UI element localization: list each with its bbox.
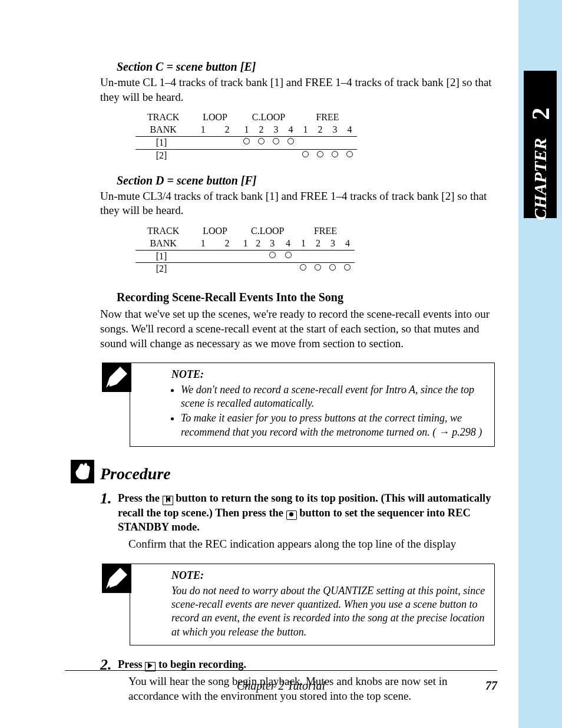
col-head-cloop: C.LOOP	[239, 111, 298, 124]
col-sub: 3	[269, 124, 283, 136]
row-label: [1]	[135, 137, 191, 149]
col-sub: 1	[239, 238, 252, 250]
track-cell	[215, 137, 239, 149]
col-head-loop: LOOP	[191, 225, 239, 238]
col-head-bank: BANK	[135, 124, 191, 136]
step-1-number: 1.	[100, 489, 112, 509]
pencil-icon	[103, 564, 131, 592]
recording-heading: Recording Scene-Recall Events Into the S…	[117, 289, 495, 305]
col-sub: 1	[191, 238, 215, 250]
col-head-free: FREE	[296, 225, 355, 238]
step-1-lead: Press the button to return the song to i…	[118, 492, 491, 533]
col-sub: 3	[328, 124, 342, 136]
col-head-loop: LOOP	[191, 111, 239, 124]
footer-divider	[65, 670, 497, 671]
col-sub: 2	[252, 238, 264, 250]
track-cell	[252, 251, 264, 263]
circle-marker-icon	[243, 138, 250, 144]
col-sub: 3	[325, 238, 340, 250]
circle-marker-icon	[317, 151, 323, 157]
track-cell	[239, 263, 252, 275]
col-sub: 2	[215, 124, 239, 136]
section-d-heading: Section D = scene button [F]	[117, 173, 495, 188]
hand-icon	[71, 460, 94, 483]
footer-page-number: 77	[485, 679, 497, 693]
track-cell	[283, 150, 298, 162]
procedure-heading: Procedure	[100, 463, 495, 485]
track-cell	[342, 137, 357, 149]
note-icon	[102, 564, 131, 593]
col-sub: 2	[215, 238, 239, 250]
footer-text: Chapter 2 Tutorial 77	[65, 679, 497, 693]
track-cell	[310, 251, 325, 263]
step-1-lead-a: Press the	[118, 492, 163, 504]
track-cell	[342, 150, 357, 162]
track-cell	[269, 137, 283, 149]
circle-marker-icon	[300, 264, 306, 271]
track-cell	[215, 263, 239, 275]
track-table-section-c: TRACKLOOPC.LOOPFREEBANK1212341234[1][2]	[135, 111, 357, 162]
note-box-2: NOTE: You do not need to worry about the…	[130, 564, 495, 645]
track-cell	[296, 263, 310, 275]
track-cell	[239, 251, 252, 263]
track-cell	[215, 251, 239, 263]
col-head-free: FREE	[298, 111, 357, 124]
section-d-text: Un-mute CL3/4 tracks of track bank [1] a…	[100, 189, 495, 218]
circle-marker-icon	[287, 138, 294, 144]
col-sub: 2	[313, 124, 328, 136]
record-icon	[286, 510, 297, 520]
chapter-side-box: 2 CHAPTER	[524, 71, 557, 218]
procedure-icon	[71, 460, 94, 483]
step-2-lead-a: Press	[118, 658, 145, 670]
note-label: NOTE:	[171, 368, 486, 381]
circle-marker-icon	[285, 252, 292, 258]
col-sub: 1	[239, 124, 254, 136]
step-1-body: Confirm that the REC indication appears …	[128, 537, 495, 552]
circle-marker-icon	[258, 138, 265, 144]
track-cell	[283, 137, 298, 149]
circle-marker-icon	[273, 138, 279, 144]
track-cell	[313, 137, 328, 149]
col-sub: 2	[310, 238, 325, 250]
track-cell	[340, 263, 355, 275]
track-cell	[328, 137, 342, 149]
page-footer: Chapter 2 Tutorial 77	[65, 670, 497, 693]
circle-marker-icon	[329, 264, 336, 271]
track-cell	[215, 150, 239, 162]
track-table-section-d: TRACKLOOPC.LOOPFREEBANK1212341234[1][2]	[135, 225, 355, 275]
col-head-bank: BANK	[135, 238, 191, 250]
row-label: [2]	[135, 150, 191, 162]
track-cell	[239, 150, 254, 162]
circle-marker-icon	[269, 252, 276, 258]
track-cell	[191, 263, 215, 275]
track-cell	[280, 251, 296, 263]
note-2-body: You do not need to worry about the QUANT…	[171, 584, 486, 640]
track-cell	[265, 263, 280, 275]
note-label: NOTE:	[171, 569, 486, 582]
pencil-icon	[103, 363, 131, 391]
track-cell	[239, 137, 254, 149]
col-sub: 1	[298, 124, 313, 136]
footer-chapter-text: Chapter 2 Tutorial	[237, 679, 325, 692]
circle-marker-icon	[332, 151, 338, 157]
procedure-step-1: 1. Press the button to return the song t…	[100, 491, 495, 552]
track-cell	[298, 137, 313, 149]
chapter-label: CHAPTER	[530, 138, 550, 220]
track-cell	[191, 150, 215, 162]
track-cell	[313, 150, 328, 162]
note-1-list: We don't need to record a scene-recall e…	[171, 383, 486, 440]
track-cell	[191, 251, 215, 263]
circle-marker-icon	[302, 151, 309, 157]
section-c-heading: Section C = scene button [E]	[117, 59, 495, 74]
note-box-1: NOTE: We don't need to record a scene-re…	[130, 363, 495, 447]
skip-to-start-icon	[163, 496, 173, 505]
page-content: Section C = scene button [E] Un-mute CL …	[100, 59, 495, 703]
row-label: [1]	[135, 251, 191, 263]
col-head-track: TRACK	[135, 111, 191, 124]
recording-text: Now that we've set up the scenes, we're …	[100, 307, 495, 351]
track-cell	[325, 251, 340, 263]
section-c-text: Un-mute CL 1–4 tracks of track bank [1] …	[100, 75, 495, 104]
col-sub: 2	[254, 124, 269, 136]
row-label: [2]	[135, 263, 191, 275]
col-sub: 1	[191, 124, 215, 136]
